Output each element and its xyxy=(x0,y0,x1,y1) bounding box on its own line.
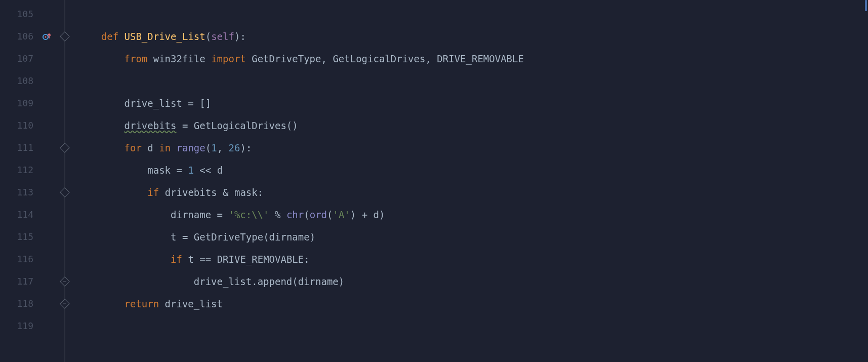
builtin-chr: chr xyxy=(286,210,304,220)
fold-row xyxy=(56,48,74,70)
code-line[interactable]: drive_list = [] xyxy=(74,92,868,114)
fold-column xyxy=(56,0,74,362)
fold-row xyxy=(56,181,74,204)
fold-row xyxy=(56,114,74,137)
string-literal: 'A' xyxy=(333,210,350,220)
fold-marker-icon[interactable] xyxy=(60,299,70,309)
gutter-line[interactable]: 115 xyxy=(0,226,56,248)
fold-marker-icon[interactable] xyxy=(60,143,70,153)
line-number: 116 xyxy=(17,255,33,264)
line-number: 109 xyxy=(17,99,33,108)
gutter-line[interactable]: 105 xyxy=(0,3,56,25)
gutter-line[interactable]: 116 xyxy=(0,248,56,270)
code-line[interactable]: return drive_list xyxy=(74,293,868,315)
code-line[interactable]: drive_list.append(dirname) xyxy=(74,270,868,293)
scrollbar-track[interactable] xyxy=(861,0,868,362)
keyword-return: return xyxy=(125,299,159,309)
fold-row xyxy=(56,137,74,159)
code-line[interactable] xyxy=(74,315,868,337)
gutter-line[interactable]: 118 xyxy=(0,293,56,315)
gutter-line[interactable]: 107 xyxy=(0,48,56,70)
indent xyxy=(78,277,194,287)
gutter-line[interactable]: 106 xyxy=(0,25,56,48)
code-line[interactable]: for d in range(1, 26): xyxy=(74,137,868,159)
fold-row xyxy=(56,315,74,337)
line-number: 117 xyxy=(17,277,33,286)
builtin-ord: ord xyxy=(310,210,327,220)
svg-point-1 xyxy=(45,36,46,37)
gutter-line[interactable]: 114 xyxy=(0,204,56,226)
fold-marker-icon[interactable] xyxy=(60,187,70,197)
code-line[interactable]: dirname = '%c:\\' % chr(ord('A') + d) xyxy=(74,204,868,226)
code-line[interactable]: if drivebits & mask: xyxy=(74,181,868,204)
fold-row xyxy=(56,248,74,270)
keyword-in: in xyxy=(159,143,171,153)
indent xyxy=(78,32,101,42)
fold-row xyxy=(56,293,74,315)
code-line[interactable]: mask = 1 << d xyxy=(74,159,868,181)
line-number: 115 xyxy=(17,232,33,242)
gutter-line[interactable]: 119 xyxy=(0,315,56,337)
builtin-range: range xyxy=(177,143,205,153)
code-line[interactable]: t = GetDriveType(dirname) xyxy=(74,226,868,248)
warning-underline: drivebits xyxy=(125,121,177,131)
fold-row xyxy=(56,204,74,226)
indent xyxy=(78,232,171,242)
indent xyxy=(78,54,125,64)
line-number: 113 xyxy=(17,188,33,197)
line-number: 110 xyxy=(17,121,33,130)
gutter-line[interactable]: 108 xyxy=(0,70,56,92)
fold-marker-icon[interactable] xyxy=(60,276,70,287)
function-name: USB_Drive_List xyxy=(125,32,205,42)
line-number: 105 xyxy=(17,10,33,19)
gutter-line[interactable]: 111 xyxy=(0,137,56,159)
gutter-line[interactable]: 117 xyxy=(0,270,56,293)
string-literal: '%c:\\' xyxy=(228,210,269,220)
line-number: 108 xyxy=(17,76,33,86)
line-number: 107 xyxy=(17,54,33,63)
fold-marker-icon[interactable] xyxy=(60,31,70,42)
code-line[interactable]: def USB_Drive_List(self): xyxy=(74,25,868,48)
gutter-line[interactable]: 109 xyxy=(0,92,56,114)
indent xyxy=(78,121,125,131)
fold-row xyxy=(56,25,74,48)
line-number: 119 xyxy=(17,321,33,331)
code-area[interactable]: def USB_Drive_List(self): from win32file… xyxy=(74,0,868,362)
fold-row xyxy=(56,3,74,25)
keyword-if: if xyxy=(147,188,159,197)
code-line[interactable]: from win32file import GetDriveType, GetL… xyxy=(74,48,868,70)
keyword-import: import xyxy=(211,54,246,64)
keyword-def: def xyxy=(101,32,118,42)
gutter-line[interactable]: 112 xyxy=(0,159,56,181)
fold-row xyxy=(56,92,74,114)
indent xyxy=(78,210,171,220)
gutter: 105 106 107 108 109 110 111 112 113 114 … xyxy=(0,0,56,362)
fold-row xyxy=(56,226,74,248)
gutter-line[interactable]: 110 xyxy=(0,114,56,137)
fold-row xyxy=(56,159,74,181)
indent xyxy=(78,166,147,175)
gutter-line[interactable]: 113 xyxy=(0,181,56,204)
line-number: 112 xyxy=(17,166,33,175)
self-param: self xyxy=(211,32,234,42)
keyword-if: if xyxy=(171,255,182,264)
code-line[interactable]: drivebits = GetLogicalDrives() xyxy=(74,114,868,137)
keyword-from: from xyxy=(125,54,148,64)
indent xyxy=(78,143,125,153)
code-line[interactable] xyxy=(74,3,868,25)
code-line[interactable]: if t == DRIVE_REMOVABLE: xyxy=(74,248,868,270)
fold-row xyxy=(56,70,74,92)
line-number: 111 xyxy=(17,143,33,152)
line-number: 106 xyxy=(17,32,33,41)
code-editor: 105 106 107 108 109 110 111 112 113 114 … xyxy=(0,0,868,362)
scrollbar-marker[interactable] xyxy=(865,0,867,11)
module-name: win32file xyxy=(153,54,205,64)
indent xyxy=(78,188,147,197)
indent xyxy=(78,255,171,264)
commit-arrow-icon[interactable] xyxy=(42,31,53,42)
indent xyxy=(78,299,125,309)
line-number: 114 xyxy=(17,210,33,219)
fold-row xyxy=(56,270,74,293)
line-number: 118 xyxy=(17,299,33,308)
code-line[interactable] xyxy=(74,70,868,92)
